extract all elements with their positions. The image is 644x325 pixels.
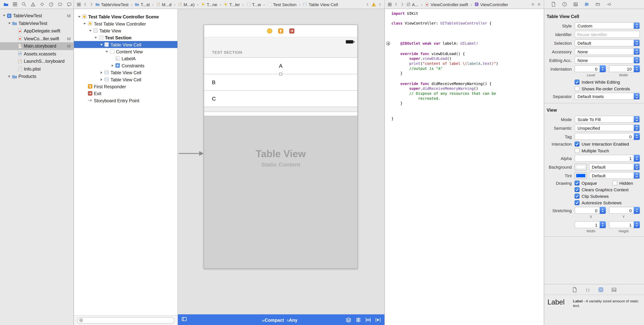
disclosure-triangle[interactable] (83, 22, 86, 25)
outline-item[interactable]: Storyboard Entry Point (74, 97, 178, 104)
stepper-field[interactable]: 10 (609, 65, 640, 72)
stepper-field[interactable]: 0 (575, 65, 606, 72)
disclosure-triangle[interactable] (8, 21, 11, 25)
breakpoint-navigator-icon[interactable] (58, 2, 63, 7)
table-section-header[interactable]: TEST SECTION (204, 37, 357, 58)
outline-item[interactable]: LabelA (74, 55, 178, 62)
forward-icon[interactable] (378, 2, 382, 6)
size-class-label[interactable]: wCompacthAny (178, 316, 384, 324)
outline-item[interactable]: Table View Cell (74, 41, 178, 48)
related-items-icon[interactable] (76, 2, 82, 7)
outline-item[interactable]: Constraints (74, 62, 178, 69)
popup-button[interactable]: Custom (575, 22, 640, 29)
identity-inspector-icon[interactable] (573, 2, 578, 7)
connections-inspector-icon[interactable] (606, 2, 612, 7)
navigator-item[interactable]: LaunchS...toryboard (0, 57, 74, 65)
test-navigator-icon[interactable] (39, 2, 45, 7)
cell-selection-handle[interactable] (279, 73, 282, 76)
checkbox[interactable] (575, 194, 580, 199)
code-snippet-library-icon[interactable]: { } (585, 287, 590, 292)
library-item-label[interactable]: Label Label - A variably sized amount of… (544, 295, 644, 312)
file-inspector-icon[interactable] (551, 2, 556, 7)
jumpbar-item[interactable]: CViewController (474, 2, 508, 7)
back-icon[interactable] (83, 2, 88, 7)
popup-button[interactable]: Unspecified (575, 124, 640, 131)
color-well[interactable] (575, 163, 587, 170)
table-view-cell-b[interactable]: B (204, 74, 357, 91)
disclosure-triangle[interactable] (2, 14, 6, 17)
outline-item[interactable]: Table View Cell (74, 69, 178, 76)
jumpbar-item[interactable]: Table View Cell (303, 2, 338, 7)
table-view-cell-a[interactable]: A (204, 58, 357, 74)
navigator-item[interactable]: Assets.xcassets (0, 50, 74, 57)
navigator-item[interactable]: TableViewTest (0, 19, 74, 27)
disclosure-triangle[interactable] (94, 36, 98, 39)
outline-item[interactable]: Table View (74, 27, 178, 34)
issue-navigator-icon[interactable] (30, 2, 36, 7)
exit-icon[interactable] (289, 28, 295, 34)
stepper-field[interactable]: 0 (575, 133, 640, 140)
popup-button[interactable]: Scale To Fill (575, 116, 640, 123)
view-controller-scene[interactable]: TEST SECTION A B C Table View Static Con… (204, 24, 358, 269)
report-navigator-icon[interactable] (67, 2, 72, 7)
outlet-connection-indicator[interactable] (386, 41, 390, 45)
outline-item[interactable]: Content View (74, 48, 178, 55)
stepper-field[interactable]: 1 (575, 221, 606, 228)
checkbox[interactable] (575, 200, 580, 205)
checkbox[interactable] (575, 181, 580, 186)
vc-dock-icon[interactable] (266, 28, 273, 34)
stepper-field[interactable]: 1 (609, 221, 640, 228)
disclosure-triangle[interactable] (100, 42, 103, 46)
forward-icon[interactable] (400, 2, 404, 7)
navigator-item[interactable]: Info.plist (0, 65, 74, 73)
size-inspector-icon[interactable] (595, 2, 600, 7)
disclosure-triangle[interactable] (105, 50, 109, 53)
outline-item[interactable]: Test Table View Controller (74, 20, 178, 27)
related-items-icon[interactable] (387, 2, 392, 7)
jumpbar-item[interactable]: T...st (135, 2, 150, 7)
disclosure-triangle[interactable] (100, 77, 103, 81)
file-template-library-icon[interactable] (572, 287, 577, 292)
outline-item[interactable]: Table View Cell (74, 76, 178, 83)
popup-button[interactable]: None (575, 57, 640, 63)
object-library-icon[interactable] (598, 287, 604, 292)
popup-button[interactable]: Default Insets (575, 93, 640, 100)
navigator-item[interactable]: Products (0, 73, 74, 80)
stepper-field[interactable]: 1 (575, 155, 640, 162)
debug-navigator-icon[interactable] (48, 2, 54, 7)
warning-icon[interactable] (371, 2, 376, 7)
find-navigator-icon[interactable] (21, 2, 27, 7)
disclosure-triangle[interactable] (100, 71, 103, 74)
attributes-inspector-icon[interactable] (584, 2, 590, 7)
navigator-item[interactable]: TableViewTestM (0, 12, 74, 19)
checkbox[interactable] (575, 142, 580, 147)
popup-button[interactable]: Default (575, 39, 640, 46)
storyboard-entry-arrow[interactable] (178, 150, 204, 157)
popup-button[interactable]: Default (589, 163, 640, 170)
disclosure-triangle[interactable] (8, 75, 11, 78)
disclosure-triangle[interactable] (88, 29, 92, 32)
outline-item[interactable]: Test Table View Controller Scene (74, 13, 178, 20)
checkbox[interactable] (575, 148, 580, 153)
jumpbar-item[interactable]: T...ne (201, 2, 217, 7)
project-navigator-icon[interactable] (3, 2, 9, 7)
color-well[interactable] (575, 172, 587, 179)
jumpbar-item[interactable]: T...w (246, 2, 261, 7)
source-code[interactable]: import UIKitclass ViewController: UITabl… (391, 11, 544, 121)
stepper-field[interactable]: 0 (575, 207, 606, 214)
jumpbar-item[interactable]: T...ler (224, 2, 240, 7)
navigator-item[interactable]: AppDelegate.swift (0, 27, 74, 35)
jumpbar-item[interactable]: ViewController.swift (425, 2, 468, 7)
symbol-navigator-icon[interactable] (12, 2, 18, 7)
disclosure-triangle[interactable] (110, 64, 114, 67)
jumpbar-item[interactable]: M...d (156, 2, 172, 7)
navigator-item[interactable]: ViewCo...ller.swiftM (0, 35, 74, 42)
forward-icon[interactable] (89, 2, 94, 7)
table-view-cell-c[interactable]: C (204, 91, 357, 107)
quick-help-icon[interactable]: ? (562, 2, 567, 7)
close-icon[interactable] (537, 2, 542, 7)
first-responder-icon[interactable] (278, 28, 284, 34)
back-icon[interactable] (394, 2, 398, 7)
checkbox[interactable] (575, 187, 580, 192)
outline-filter-field[interactable] (77, 317, 174, 324)
